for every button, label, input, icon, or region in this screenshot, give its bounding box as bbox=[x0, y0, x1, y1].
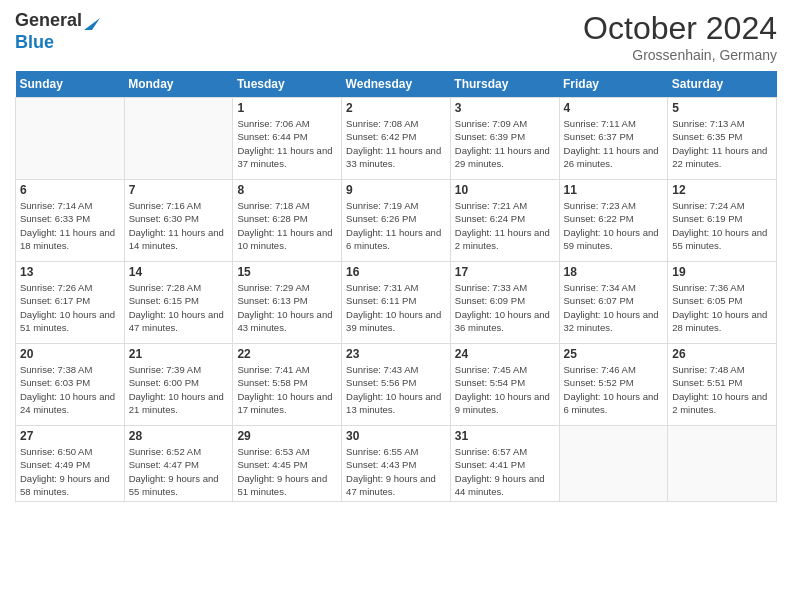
day-info: Sunrise: 6:52 AM Sunset: 4:47 PM Dayligh… bbox=[129, 445, 229, 498]
svg-marker-0 bbox=[84, 18, 100, 30]
day-info: Sunrise: 7:34 AM Sunset: 6:07 PM Dayligh… bbox=[564, 281, 664, 334]
calendar-cell: 22Sunrise: 7:41 AM Sunset: 5:58 PM Dayli… bbox=[233, 344, 342, 426]
day-info: Sunrise: 6:57 AM Sunset: 4:41 PM Dayligh… bbox=[455, 445, 555, 498]
logo-bird-icon bbox=[84, 10, 100, 30]
col-monday: Monday bbox=[124, 71, 233, 98]
day-number: 9 bbox=[346, 183, 446, 197]
day-number: 8 bbox=[237, 183, 337, 197]
calendar-cell bbox=[668, 426, 777, 502]
day-info: Sunrise: 7:46 AM Sunset: 5:52 PM Dayligh… bbox=[564, 363, 664, 416]
day-number: 12 bbox=[672, 183, 772, 197]
day-number: 26 bbox=[672, 347, 772, 361]
calendar-cell: 16Sunrise: 7:31 AM Sunset: 6:11 PM Dayli… bbox=[342, 262, 451, 344]
main-container: General Blue October 2024 Grossenhain, G… bbox=[0, 0, 792, 512]
day-number: 5 bbox=[672, 101, 772, 115]
day-info: Sunrise: 7:39 AM Sunset: 6:00 PM Dayligh… bbox=[129, 363, 229, 416]
calendar-cell: 18Sunrise: 7:34 AM Sunset: 6:07 PM Dayli… bbox=[559, 262, 668, 344]
day-number: 28 bbox=[129, 429, 229, 443]
calendar-cell: 12Sunrise: 7:24 AM Sunset: 6:19 PM Dayli… bbox=[668, 180, 777, 262]
header-row: Sunday Monday Tuesday Wednesday Thursday… bbox=[16, 71, 777, 98]
calendar-week-4: 20Sunrise: 7:38 AM Sunset: 6:03 PM Dayli… bbox=[16, 344, 777, 426]
calendar-cell: 29Sunrise: 6:53 AM Sunset: 4:45 PM Dayli… bbox=[233, 426, 342, 502]
calendar-cell: 10Sunrise: 7:21 AM Sunset: 6:24 PM Dayli… bbox=[450, 180, 559, 262]
day-number: 14 bbox=[129, 265, 229, 279]
day-info: Sunrise: 7:23 AM Sunset: 6:22 PM Dayligh… bbox=[564, 199, 664, 252]
calendar-week-1: 1Sunrise: 7:06 AM Sunset: 6:44 PM Daylig… bbox=[16, 98, 777, 180]
day-number: 15 bbox=[237, 265, 337, 279]
calendar-cell: 21Sunrise: 7:39 AM Sunset: 6:00 PM Dayli… bbox=[124, 344, 233, 426]
calendar-cell: 11Sunrise: 7:23 AM Sunset: 6:22 PM Dayli… bbox=[559, 180, 668, 262]
calendar-cell: 9Sunrise: 7:19 AM Sunset: 6:26 PM Daylig… bbox=[342, 180, 451, 262]
day-number: 27 bbox=[20, 429, 120, 443]
day-number: 4 bbox=[564, 101, 664, 115]
calendar-cell: 13Sunrise: 7:26 AM Sunset: 6:17 PM Dayli… bbox=[16, 262, 125, 344]
calendar-table: Sunday Monday Tuesday Wednesday Thursday… bbox=[15, 71, 777, 502]
calendar-cell: 4Sunrise: 7:11 AM Sunset: 6:37 PM Daylig… bbox=[559, 98, 668, 180]
day-info: Sunrise: 7:33 AM Sunset: 6:09 PM Dayligh… bbox=[455, 281, 555, 334]
day-info: Sunrise: 7:21 AM Sunset: 6:24 PM Dayligh… bbox=[455, 199, 555, 252]
day-info: Sunrise: 7:13 AM Sunset: 6:35 PM Dayligh… bbox=[672, 117, 772, 170]
day-info: Sunrise: 7:38 AM Sunset: 6:03 PM Dayligh… bbox=[20, 363, 120, 416]
calendar-week-3: 13Sunrise: 7:26 AM Sunset: 6:17 PM Dayli… bbox=[16, 262, 777, 344]
calendar-cell: 3Sunrise: 7:09 AM Sunset: 6:39 PM Daylig… bbox=[450, 98, 559, 180]
day-number: 23 bbox=[346, 347, 446, 361]
day-number: 25 bbox=[564, 347, 664, 361]
calendar-cell: 30Sunrise: 6:55 AM Sunset: 4:43 PM Dayli… bbox=[342, 426, 451, 502]
day-number: 6 bbox=[20, 183, 120, 197]
day-info: Sunrise: 7:45 AM Sunset: 5:54 PM Dayligh… bbox=[455, 363, 555, 416]
calendar-cell: 5Sunrise: 7:13 AM Sunset: 6:35 PM Daylig… bbox=[668, 98, 777, 180]
day-info: Sunrise: 7:16 AM Sunset: 6:30 PM Dayligh… bbox=[129, 199, 229, 252]
calendar-cell: 25Sunrise: 7:46 AM Sunset: 5:52 PM Dayli… bbox=[559, 344, 668, 426]
day-number: 13 bbox=[20, 265, 120, 279]
calendar-cell: 23Sunrise: 7:43 AM Sunset: 5:56 PM Dayli… bbox=[342, 344, 451, 426]
col-thursday: Thursday bbox=[450, 71, 559, 98]
day-number: 10 bbox=[455, 183, 555, 197]
day-number: 18 bbox=[564, 265, 664, 279]
day-number: 21 bbox=[129, 347, 229, 361]
logo: General Blue bbox=[15, 10, 100, 53]
col-wednesday: Wednesday bbox=[342, 71, 451, 98]
day-info: Sunrise: 6:53 AM Sunset: 4:45 PM Dayligh… bbox=[237, 445, 337, 498]
month-title: October 2024 bbox=[583, 10, 777, 47]
calendar-cell: 28Sunrise: 6:52 AM Sunset: 4:47 PM Dayli… bbox=[124, 426, 233, 502]
day-number: 7 bbox=[129, 183, 229, 197]
calendar-cell: 2Sunrise: 7:08 AM Sunset: 6:42 PM Daylig… bbox=[342, 98, 451, 180]
col-saturday: Saturday bbox=[668, 71, 777, 98]
calendar-week-2: 6Sunrise: 7:14 AM Sunset: 6:33 PM Daylig… bbox=[16, 180, 777, 262]
calendar-cell: 14Sunrise: 7:28 AM Sunset: 6:15 PM Dayli… bbox=[124, 262, 233, 344]
day-info: Sunrise: 7:48 AM Sunset: 5:51 PM Dayligh… bbox=[672, 363, 772, 416]
day-info: Sunrise: 7:43 AM Sunset: 5:56 PM Dayligh… bbox=[346, 363, 446, 416]
day-info: Sunrise: 7:09 AM Sunset: 6:39 PM Dayligh… bbox=[455, 117, 555, 170]
logo-general: General bbox=[15, 10, 82, 32]
calendar-week-5: 27Sunrise: 6:50 AM Sunset: 4:49 PM Dayli… bbox=[16, 426, 777, 502]
day-info: Sunrise: 7:28 AM Sunset: 6:15 PM Dayligh… bbox=[129, 281, 229, 334]
day-number: 17 bbox=[455, 265, 555, 279]
day-info: Sunrise: 7:19 AM Sunset: 6:26 PM Dayligh… bbox=[346, 199, 446, 252]
calendar-cell bbox=[559, 426, 668, 502]
calendar-cell: 17Sunrise: 7:33 AM Sunset: 6:09 PM Dayli… bbox=[450, 262, 559, 344]
day-number: 29 bbox=[237, 429, 337, 443]
title-area: October 2024 Grossenhain, Germany bbox=[583, 10, 777, 63]
calendar-cell: 6Sunrise: 7:14 AM Sunset: 6:33 PM Daylig… bbox=[16, 180, 125, 262]
day-number: 2 bbox=[346, 101, 446, 115]
calendar-cell bbox=[16, 98, 125, 180]
day-info: Sunrise: 7:36 AM Sunset: 6:05 PM Dayligh… bbox=[672, 281, 772, 334]
calendar-cell: 15Sunrise: 7:29 AM Sunset: 6:13 PM Dayli… bbox=[233, 262, 342, 344]
calendar-cell: 31Sunrise: 6:57 AM Sunset: 4:41 PM Dayli… bbox=[450, 426, 559, 502]
calendar-cell: 7Sunrise: 7:16 AM Sunset: 6:30 PM Daylig… bbox=[124, 180, 233, 262]
day-info: Sunrise: 6:55 AM Sunset: 4:43 PM Dayligh… bbox=[346, 445, 446, 498]
day-info: Sunrise: 7:11 AM Sunset: 6:37 PM Dayligh… bbox=[564, 117, 664, 170]
day-info: Sunrise: 7:26 AM Sunset: 6:17 PM Dayligh… bbox=[20, 281, 120, 334]
day-info: Sunrise: 7:24 AM Sunset: 6:19 PM Dayligh… bbox=[672, 199, 772, 252]
calendar-cell: 27Sunrise: 6:50 AM Sunset: 4:49 PM Dayli… bbox=[16, 426, 125, 502]
col-sunday: Sunday bbox=[16, 71, 125, 98]
calendar-cell: 20Sunrise: 7:38 AM Sunset: 6:03 PM Dayli… bbox=[16, 344, 125, 426]
day-number: 3 bbox=[455, 101, 555, 115]
col-friday: Friday bbox=[559, 71, 668, 98]
day-number: 19 bbox=[672, 265, 772, 279]
logo-blue: Blue bbox=[15, 32, 54, 52]
day-number: 24 bbox=[455, 347, 555, 361]
day-number: 31 bbox=[455, 429, 555, 443]
location: Grossenhain, Germany bbox=[583, 47, 777, 63]
col-tuesday: Tuesday bbox=[233, 71, 342, 98]
